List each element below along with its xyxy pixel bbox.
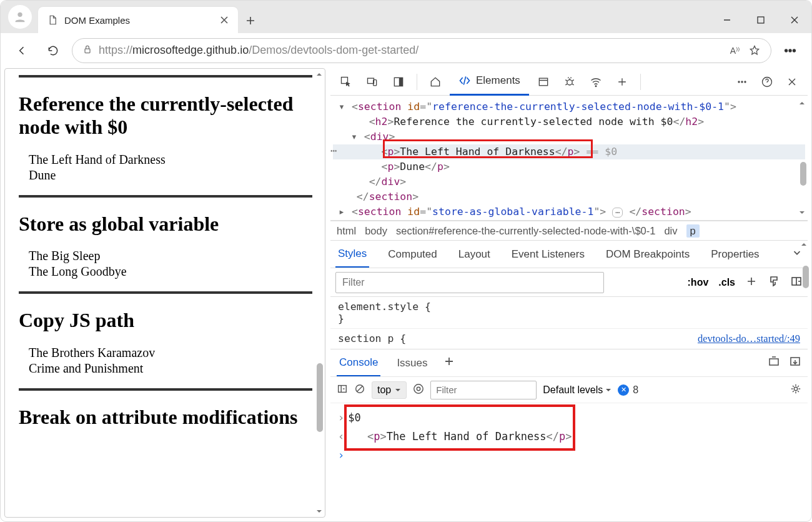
svg-point-4: [789, 49, 791, 52]
section-p-rule[interactable]: devtools-do…started/:49 section p {: [330, 329, 808, 349]
new-tab-button[interactable]: [238, 8, 263, 33]
page-content[interactable]: Reference the currently-selected node wi…: [5, 69, 325, 517]
section-heading: Store as global variable: [19, 213, 312, 236]
browser-menu-button[interactable]: [778, 38, 803, 63]
styles-tab-properties[interactable]: Properties: [708, 242, 761, 267]
sources-tab-icon[interactable]: [532, 71, 555, 93]
clear-console-icon[interactable]: [354, 383, 365, 397]
styles-tab-dom-breakpoints[interactable]: DOM Breakpoints: [603, 242, 692, 267]
svg-point-15: [741, 81, 743, 83]
styles-tab-computed[interactable]: Computed: [385, 242, 439, 267]
page-section: Reference the currently-selected node wi…: [19, 75, 312, 195]
console-filter-input[interactable]: [430, 381, 537, 399]
svg-point-5: [793, 49, 796, 52]
close-tab-icon[interactable]: [219, 15, 229, 25]
bug-icon[interactable]: [558, 71, 582, 93]
dom-tree[interactable]: ⋯ ▾ <section id="reference-the-currently…: [330, 96, 808, 221]
dom-tree-scrollbar[interactable]: [798, 99, 806, 216]
new-style-rule-icon[interactable]: [745, 275, 758, 290]
page-section: Break on attribute modifications: [19, 388, 312, 454]
svg-point-23: [417, 387, 420, 390]
read-aloud-icon[interactable]: A⁾⁾: [730, 46, 740, 56]
breadcrumb-item[interactable]: div: [664, 225, 677, 237]
drawer-add-tab-icon[interactable]: [444, 356, 454, 369]
issues-count[interactable]: ✕8: [618, 384, 638, 396]
svg-point-13: [595, 85, 597, 86]
selected-node-gutter-icon[interactable]: ⋯: [330, 144, 338, 157]
svg-rect-19: [770, 359, 778, 365]
log-levels-select[interactable]: Default levels: [543, 384, 611, 396]
section-heading: Copy JS path: [19, 309, 312, 332]
styles-tab-layout[interactable]: Layout: [456, 242, 493, 267]
styles-filter-row: :hov .cls: [330, 268, 808, 297]
styles-filter-input[interactable]: [335, 272, 604, 293]
svg-rect-10: [399, 78, 403, 86]
section-heading: Break on attribute modifications: [19, 406, 312, 429]
selected-dom-node[interactable]: <p>The Left Hand of Darkness</p> == $0: [333, 144, 805, 159]
address-bar[interactable]: https://microsoftedge.github.io/Demos/de…: [72, 38, 771, 63]
close-devtools-icon[interactable]: [780, 71, 804, 93]
welcome-tab-icon[interactable]: [423, 71, 447, 93]
styles-subpanel-tabs: StylesComputedLayoutEvent ListenersDOM B…: [330, 241, 808, 268]
devtools-panel: Elements ⋯ ▾ <section id="reference-the-…: [330, 68, 808, 518]
element-style-rule[interactable]: element.style { }: [330, 297, 808, 329]
live-expression-icon[interactable]: [413, 383, 424, 397]
breadcrumb-item[interactable]: p: [686, 224, 700, 238]
list-item: The Brothers Karamazov: [29, 346, 312, 360]
console-settings-icon[interactable]: [790, 383, 801, 397]
drawer-expand-icon[interactable]: [768, 355, 780, 371]
profile-avatar[interactable]: [8, 5, 32, 29]
dom-breadcrumb[interactable]: htmlbodysection#reference-the-currently-…: [330, 221, 808, 241]
dock-side-icon[interactable]: [387, 71, 410, 93]
refresh-button[interactable]: [41, 38, 66, 63]
list-item: Dune: [29, 168, 312, 183]
maximize-button[interactable]: [744, 7, 778, 33]
close-window-button[interactable]: [778, 7, 811, 33]
devtools-toolbar: Elements: [330, 68, 808, 96]
page-section: Copy JS pathThe Brothers KaramazovCrime …: [19, 291, 312, 388]
list-item: The Big Sleep: [29, 249, 312, 263]
styles-tab-event-listeners[interactable]: Event Listeners: [509, 242, 587, 267]
page-section: Store as global variableThe Big SleepThe…: [19, 195, 312, 292]
cls-toggle[interactable]: .cls: [718, 277, 735, 288]
elements-tab[interactable]: Elements: [450, 68, 529, 96]
page-scroll-thumb[interactable]: [317, 363, 323, 432]
console-sidebar-toggle-icon[interactable]: [337, 383, 348, 397]
svg-point-16: [744, 81, 746, 83]
favorite-icon[interactable]: [748, 44, 761, 57]
svg-point-3: [785, 49, 788, 52]
styles-scrollbar[interactable]: [799, 241, 809, 316]
browser-tab[interactable]: DOM Examples: [38, 7, 238, 33]
list-item: The Left Hand of Darkness: [29, 153, 312, 167]
browser-toolbar: https://microsoftedge.github.io/Demos/de…: [1, 33, 811, 68]
devtools-drawer: ConsoleIssues top Default levels ✕8 ›$0: [330, 349, 808, 469]
svg-rect-1: [758, 17, 764, 23]
devtools-menu-icon[interactable]: [730, 71, 754, 93]
add-panel-icon[interactable]: [610, 71, 634, 93]
svg-point-24: [794, 387, 797, 390]
breadcrumb-item[interactable]: section#reference-the-currently-selected…: [396, 225, 655, 237]
console-context-select[interactable]: top: [372, 381, 407, 399]
styles-tab-styles[interactable]: Styles: [335, 241, 369, 268]
back-button[interactable]: [9, 38, 34, 63]
inspect-element-icon[interactable]: [334, 71, 358, 93]
console-output[interactable]: ›$0 ‹ <p>The Left Hand of Darkness</p> ›: [330, 403, 808, 469]
paint-icon[interactable]: [768, 275, 780, 290]
list-item: The Long Goodbye: [29, 264, 312, 279]
page-scrollbar[interactable]: [314, 69, 324, 516]
drawer-tab-console[interactable]: Console: [337, 350, 380, 376]
svg-point-14: [738, 81, 740, 83]
rule-source-link[interactable]: devtools-do…started/:49: [698, 333, 800, 345]
drawer-dock-icon[interactable]: [789, 355, 801, 371]
svg-rect-21: [339, 385, 347, 392]
tab-title: DOM Examples: [64, 15, 213, 26]
breadcrumb-item[interactable]: body: [365, 225, 387, 237]
breadcrumb-item[interactable]: html: [337, 225, 356, 237]
minimize-button[interactable]: [710, 7, 744, 33]
network-conditions-icon[interactable]: [584, 71, 608, 93]
drawer-tab-issues[interactable]: Issues: [394, 351, 430, 376]
hov-toggle[interactable]: :hov: [688, 277, 709, 288]
page-icon: [47, 14, 58, 26]
help-icon[interactable]: [755, 71, 779, 93]
device-emulation-icon[interactable]: [360, 71, 384, 93]
